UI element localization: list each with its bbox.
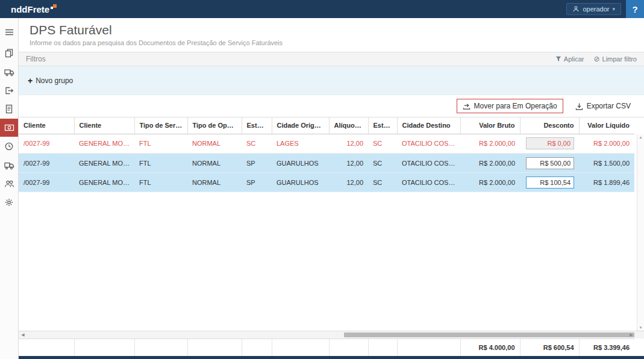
col-valor-bruto[interactable]: Valor Bruto xyxy=(460,117,520,134)
table-row[interactable]: /0027-99 GENERAL MOTORS ... FTL NORMAL S… xyxy=(19,134,634,154)
sidebar-item-menu[interactable] xyxy=(0,23,18,41)
sidebar-item-settings[interactable] xyxy=(0,193,18,211)
group-panel: + Novo grupo xyxy=(19,66,644,95)
page-header: DPS Faturável Informe os dados para pesq… xyxy=(19,18,644,52)
brand-text: nddFrete xyxy=(11,4,49,14)
sidebar-item-truck[interactable] xyxy=(0,63,18,81)
export-csv-button[interactable]: Exportar CSV xyxy=(571,99,636,113)
clear-filter-button[interactable]: ⊘ Limpar filtro xyxy=(593,55,637,63)
vertical-scrollbar[interactable]: ▲ ▼ xyxy=(637,134,644,331)
grid: Cliente Cliente Tipo de Serviço Tipo de … xyxy=(19,117,644,356)
col-tipo-servico[interactable]: Tipo de Serviço xyxy=(134,117,187,134)
document-icon xyxy=(5,104,13,114)
col-desconto[interactable]: Desconto xyxy=(520,117,579,134)
col-estado-destino[interactable]: Estado ... xyxy=(368,117,397,134)
grid-toolbar: Mover para Em Operação Exportar CSV xyxy=(19,95,644,117)
sidebar-item-documents[interactable] xyxy=(0,44,18,62)
billing-dollar-icon xyxy=(4,123,14,132)
sidebar-item-delivery[interactable] xyxy=(0,156,18,174)
scrollbar-thumb[interactable] xyxy=(344,332,635,337)
brand-logo: nddFrete xyxy=(11,4,57,14)
col-cliente-doc[interactable]: Cliente xyxy=(19,117,74,134)
desconto-input[interactable] xyxy=(526,176,574,189)
gears-icon xyxy=(4,198,14,207)
user-label: operador xyxy=(583,5,609,13)
total-valor-bruto: R$ 4.000,00 xyxy=(460,339,520,356)
scroll-left-icon[interactable]: ◀ xyxy=(19,331,27,339)
grid-body: /0027-99 GENERAL MOTORS ... FTL NORMAL S… xyxy=(19,134,644,331)
col-aliquota[interactable]: Alíquota (%) xyxy=(329,117,368,134)
topbar-actions: operador ▾ ? xyxy=(566,0,644,18)
sidebar-item-history[interactable] xyxy=(0,137,18,155)
bottom-bar xyxy=(19,356,644,359)
exit-icon xyxy=(4,86,14,95)
copy-icon xyxy=(4,48,14,58)
scroll-up-icon[interactable]: ▲ xyxy=(637,136,644,139)
sidebar-item-exit[interactable] xyxy=(0,81,18,99)
delivery-truck-icon xyxy=(4,161,14,170)
grid-footer: R$ 4.000,00 R$ 600,54 R$ 3.399,46 xyxy=(19,339,634,357)
scroll-down-icon[interactable]: ▼ xyxy=(637,326,644,329)
col-cliente[interactable]: Cliente xyxy=(74,117,134,134)
move-to-operation-button[interactable]: Mover para Em Operação xyxy=(457,99,563,113)
history-clock-icon xyxy=(4,142,14,151)
user-icon xyxy=(572,5,580,13)
sidebar-item-report[interactable] xyxy=(0,100,18,118)
total-desconto: R$ 600,54 xyxy=(520,339,579,356)
col-estado-origem[interactable]: Estado ... xyxy=(242,117,272,134)
page-subtitle: Informe os dados para pesquisa dos Docum… xyxy=(30,39,644,46)
download-icon xyxy=(575,102,583,110)
col-tipo-operacao[interactable]: Tipo de Operação xyxy=(187,117,242,134)
table-row[interactable]: /0027-99 GENERAL MOTORS ... FTL NORMAL S… xyxy=(19,154,634,173)
help-button[interactable]: ? xyxy=(626,0,644,18)
sidebar-item-billing[interactable] xyxy=(0,119,18,137)
truck-icon xyxy=(4,67,14,76)
ban-icon: ⊘ xyxy=(593,55,599,63)
filters-bar: Filtros Aplicar ⊘ Limpar filtro xyxy=(19,52,644,66)
plus-icon: + xyxy=(28,76,33,85)
brand-flag-icon xyxy=(51,4,57,11)
move-icon xyxy=(463,102,470,110)
user-menu[interactable]: operador ▾ xyxy=(566,3,621,15)
desconto-input[interactable] xyxy=(526,137,574,149)
sidebar-item-users[interactable] xyxy=(0,175,18,193)
users-icon xyxy=(4,180,14,188)
scroll-right-icon[interactable]: ▶ xyxy=(627,331,636,339)
page-title: DPS Faturável xyxy=(30,22,644,38)
col-cidade-origem[interactable]: Cidade Origem xyxy=(272,117,329,134)
desconto-input[interactable] xyxy=(526,157,574,169)
sidebar xyxy=(0,18,19,359)
apply-filter-button[interactable]: Aplicar xyxy=(555,55,584,63)
col-valor-liquido[interactable]: Valor Líquido xyxy=(579,117,634,134)
new-group-button[interactable]: + Novo grupo xyxy=(28,76,73,85)
menu-icon xyxy=(5,28,14,36)
total-valor-liquido: R$ 3.399,46 xyxy=(579,339,634,356)
chevron-down-icon: ▾ xyxy=(612,6,615,12)
horizontal-scrollbar[interactable]: ◀ ▶ xyxy=(19,331,644,339)
grid-header: Cliente Cliente Tipo de Serviço Tipo de … xyxy=(19,117,634,134)
filters-title: Filtros xyxy=(26,55,46,63)
topbar: nddFrete operador ▾ ? xyxy=(0,0,644,18)
col-cidade-destino[interactable]: Cidade Destino xyxy=(397,117,460,134)
funnel-icon xyxy=(555,56,561,62)
table-row[interactable]: /0027-99 GENERAL MOTORS ... FTL NORMAL S… xyxy=(19,173,634,192)
